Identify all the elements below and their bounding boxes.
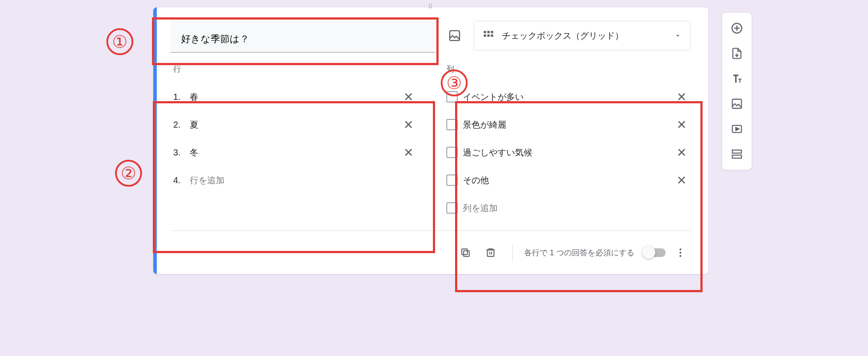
svg-rect-4	[484, 34, 486, 36]
svg-rect-16	[733, 150, 742, 153]
svg-rect-17	[733, 155, 742, 158]
drag-handle-icon[interactable]: ⠿	[428, 3, 433, 10]
row-input[interactable]	[190, 92, 396, 102]
svg-rect-5	[487, 34, 489, 36]
svg-rect-14	[733, 99, 742, 109]
annotation-box-3	[455, 101, 703, 292]
annotation-marker-1: ①	[106, 28, 133, 55]
svg-rect-3	[491, 31, 493, 33]
svg-rect-1	[484, 31, 486, 33]
add-question-button[interactable]	[726, 17, 748, 40]
svg-rect-2	[487, 31, 489, 33]
row-index: 1.	[173, 92, 185, 102]
question-type-select[interactable]: チェックボックス（グリッド）	[474, 21, 691, 50]
rows-header: 行	[171, 64, 418, 74]
grid-icon	[483, 30, 494, 41]
columns-header: 列	[444, 64, 691, 74]
import-questions-button[interactable]	[726, 42, 748, 65]
add-image-button[interactable]	[726, 92, 748, 115]
add-section-button[interactable]	[726, 143, 748, 165]
annotation-box-2	[153, 101, 435, 253]
chevron-down-icon	[674, 32, 682, 40]
annotation-box-1	[152, 17, 439, 65]
floating-toolbar	[722, 12, 752, 170]
add-image-icon[interactable]	[444, 25, 465, 46]
question-type-label: チェックボックス（グリッド）	[502, 30, 624, 42]
column-input[interactable]	[463, 92, 669, 102]
add-video-button[interactable]	[726, 118, 748, 140]
annotation-marker-2: ②	[115, 160, 142, 187]
add-title-button[interactable]	[726, 67, 748, 90]
annotation-marker-3: ③	[441, 69, 468, 96]
svg-rect-6	[491, 34, 493, 36]
svg-rect-0	[450, 31, 460, 41]
